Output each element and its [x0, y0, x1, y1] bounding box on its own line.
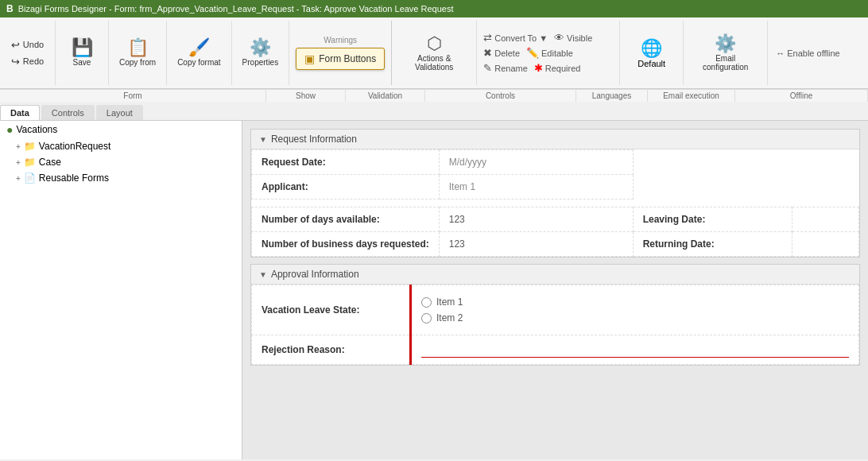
tab-controls[interactable]: Controls	[41, 105, 95, 120]
toolbar-group-properties: ⚙️ Properties	[232, 21, 290, 85]
radio-label-2: Item 2	[436, 312, 463, 323]
properties-icon: ⚙️	[250, 39, 271, 56]
redo-button[interactable]: ↪ Redo	[8, 54, 47, 69]
expand-icon: +	[16, 142, 21, 151]
request-date-value: M/d/yyyy	[449, 157, 486, 168]
approval-info-section: ▼ Approval Information Vacation Leave St…	[250, 264, 860, 366]
rejection-reason-input[interactable]	[421, 342, 849, 358]
expand-icon-reusable: +	[16, 174, 21, 183]
rename-icon: ✎	[483, 62, 492, 74]
expand-icon-case: +	[16, 158, 21, 167]
section-languages-label: Languages	[576, 90, 648, 102]
visible-button[interactable]: 👁 Visible	[554, 32, 592, 44]
days-available-value: 123	[449, 214, 465, 225]
section-show-label: Show	[266, 90, 346, 102]
convert-to-icon: ⇄	[483, 32, 492, 44]
tab-data[interactable]: Data	[0, 105, 40, 120]
enable-offline-button[interactable]: ↔ Enable offline	[776, 48, 839, 58]
radio-circle-1	[421, 297, 432, 308]
default-language-button[interactable]: 🌐 Default	[637, 38, 665, 68]
actions-validations-button[interactable]: ⬡ Actions & Validations	[398, 33, 470, 74]
folder-icon: 📁	[24, 141, 36, 152]
sidebar-item-reusable-forms[interactable]: + 📄 Reusable Forms	[0, 170, 242, 186]
actions-icon: ⬡	[427, 35, 442, 52]
days-available-label-cell: Number of days available:	[252, 207, 440, 232]
days-available-value-cell: 123	[439, 207, 633, 232]
editable-button[interactable]: ✏️ Editable	[526, 47, 573, 59]
undo-icon: ↩	[11, 39, 20, 51]
leaving-date-value-cell	[792, 207, 858, 232]
radio-group-vacation-state: Item 1 Item 2	[421, 292, 849, 328]
save-icon: 💾	[72, 39, 93, 56]
returning-date-label: Returning Date:	[643, 238, 715, 250]
radio-item-2[interactable]: Item 2	[421, 312, 849, 323]
section-form-label: Form	[0, 90, 266, 102]
main-area: ● Vacations + 📁 VacationRequest + 📁 Case…	[0, 121, 868, 459]
vacation-leave-state-label-cell: Vacation Leave State:	[252, 285, 411, 335]
table-row: Number of days available: 123 Leaving Da…	[252, 207, 859, 232]
copy-format-icon: 🖌️	[188, 39, 210, 56]
table-row: Number of business days requested: 123 R…	[252, 232, 859, 257]
copy-from-button[interactable]: 📋 Copy from	[115, 37, 160, 69]
email-config-button[interactable]: ⚙️ Email configuration	[692, 33, 759, 74]
business-days-value: 123	[449, 238, 465, 250]
form-canvas: ▼ Request Information Request Date: M/d/…	[242, 121, 868, 459]
section-validation-label: Validation	[346, 90, 425, 102]
section-controls-label: Controls	[425, 90, 576, 102]
request-info-section: ▼ Request Information Request Date: M/d/…	[250, 129, 860, 258]
leaving-date-label: Leaving Date:	[643, 214, 706, 225]
email-icon: ⚙️	[715, 35, 736, 52]
table-row	[252, 200, 859, 207]
radio-item-1[interactable]: Item 1	[421, 296, 849, 308]
app-logo: B	[6, 3, 14, 14]
visible-icon: 👁	[554, 32, 564, 44]
toolbar: ↩ Undo ↪ Redo 💾 Save 📋 Copy from 🖌️ Copy…	[0, 17, 868, 89]
reusable-forms-icon: 📄	[24, 172, 36, 184]
delete-button[interactable]: ✖ Delete	[483, 47, 520, 59]
undo-button[interactable]: ↩ Undo	[8, 37, 47, 52]
applicant-label-cell: Applicant:	[252, 175, 440, 200]
form-buttons-button[interactable]: ▣ Form Buttons	[296, 48, 385, 70]
delete-icon: ✖	[483, 47, 492, 59]
business-days-value-cell: 123	[439, 232, 633, 257]
returning-date-label-cell: Returning Date:	[633, 232, 792, 257]
tabs-row: Data Controls Layout	[0, 102, 868, 121]
convert-to-button[interactable]: ⇄ Convert To ▼	[483, 32, 548, 44]
request-date-label-cell: Request Date:	[252, 150, 440, 175]
table-row: Rejection Reason:	[252, 335, 859, 365]
copy-format-button[interactable]: 🖌️ Copy format	[173, 37, 224, 69]
vacations-label: Vacations	[16, 124, 57, 135]
editable-icon: ✏️	[526, 47, 539, 59]
warnings-label: Warnings	[324, 36, 357, 45]
vacation-leave-state-value-cell: Item 1 Item 2	[411, 285, 859, 335]
toolbar-group-copy-format: 🖌️ Copy format	[167, 21, 231, 85]
toolbar-group-languages: 🌐 Default	[620, 21, 684, 85]
request-info-table: Request Date: M/d/yyyy Applicant: Item 1	[251, 149, 859, 257]
toolbar-group-file: ↩ Undo ↪ Redo	[0, 21, 56, 85]
language-icon: 🌐	[641, 38, 662, 59]
sidebar-item-vacation-request[interactable]: + 📁 VacationRequest	[0, 138, 242, 154]
toolbar-group-offline: ↔ Enable offline	[768, 21, 847, 85]
request-info-header: ▼ Request Information	[251, 130, 859, 149]
business-days-label: Number of business days requested:	[262, 238, 429, 250]
table-row: Vacation Leave State: Item 1 Item 2	[252, 285, 859, 335]
sidebar-item-vacations[interactable]: ● Vacations	[0, 121, 242, 138]
vacation-leave-state-label: Vacation Leave State:	[262, 304, 359, 316]
convert-to-arrow: ▼	[539, 33, 548, 43]
radio-label-1: Item 1	[436, 296, 463, 308]
save-button[interactable]: 💾 Save	[62, 37, 102, 69]
vacation-request-label: VacationRequest	[39, 141, 111, 152]
applicant-label: Applicant:	[262, 181, 308, 192]
days-available-label: Number of days available:	[262, 214, 380, 225]
tab-layout[interactable]: Layout	[96, 105, 143, 120]
sidebar: ● Vacations + 📁 VacationRequest + 📁 Case…	[0, 121, 242, 459]
sidebar-item-case[interactable]: + 📁 Case	[0, 154, 242, 170]
approval-info-header: ▼ Approval Information	[251, 265, 859, 285]
rename-button[interactable]: ✎ Rename	[483, 62, 528, 74]
properties-button[interactable]: ⚙️ Properties	[238, 37, 283, 69]
business-days-label-cell: Number of business days requested:	[252, 232, 440, 257]
toolbar-group-actions: ⬡ Actions & Validations	[392, 21, 477, 85]
returning-date-value-cell	[792, 232, 858, 257]
rejection-reason-value-cell	[411, 335, 859, 365]
required-button[interactable]: ✱ Required	[534, 62, 581, 74]
